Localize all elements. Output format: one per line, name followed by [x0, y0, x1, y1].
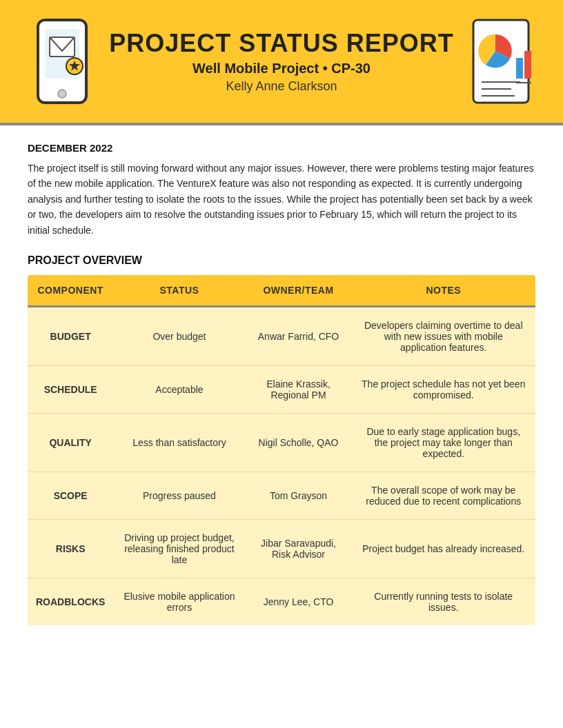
table-header-row: COMPONENT STATUS OWNER/TEAM NOTES [28, 275, 535, 307]
table-row: SCHEDULEAcceptableElaine Krassik, Region… [28, 365, 535, 413]
table-row: SCOPEProgress pausedTom GraysonThe overa… [28, 472, 535, 519]
status-cell: Elusive mobile application errors [113, 578, 245, 625]
component-cell: SCOPE [28, 472, 113, 519]
notes-cell: Project budget has already increased. [351, 519, 535, 578]
notes-cell: Due to early stage application bugs, the… [351, 413, 535, 472]
notes-cell: Currently running tests to isolate issue… [351, 578, 535, 625]
col-status: STATUS [113, 275, 245, 307]
owner-cell: Jenny Lee, CTO [246, 578, 352, 625]
intro-text: The project itself is still moving forwa… [28, 161, 535, 238]
status-cell: Over budget [113, 306, 245, 365]
owner-cell: Nigil Scholle, QAO [246, 413, 352, 472]
component-cell: BUDGET [28, 306, 113, 365]
notes-cell: Developers claiming overtime to deal wit… [351, 306, 535, 365]
main-content: DECEMBER 2022 The project itself is stil… [0, 125, 563, 642]
svg-point-5 [58, 90, 66, 98]
component-cell: RISKS [28, 519, 113, 578]
svg-rect-12 [524, 51, 531, 79]
report-icon [466, 17, 535, 106]
col-notes: NOTES [351, 275, 535, 307]
table-row: QUALITYLess than satisfactoryNigil Schol… [28, 413, 535, 472]
status-cell: Driving up project budget, releasing fin… [113, 519, 245, 578]
status-cell: Progress paused [113, 472, 245, 519]
project-subtitle: Well Mobile Project • CP-30 [97, 61, 466, 77]
svg-rect-2 [50, 37, 75, 57]
notes-cell: The overall scope of work may be reduced… [351, 472, 535, 519]
svg-rect-11 [516, 58, 523, 79]
svg-rect-13 [516, 82, 531, 83]
table-row: ROADBLOCKSElusive mobile application err… [28, 578, 535, 625]
section-title: PROJECT OVERVIEW [28, 254, 535, 267]
component-cell: ROADBLOCKS [28, 578, 113, 625]
status-cell: Less than satisfactory [113, 413, 245, 472]
owner-cell: Elaine Krassik, Regional PM [246, 365, 352, 413]
col-owner: OWNER/TEAM [246, 275, 352, 307]
notes-cell: The project schedule has not yet been co… [351, 365, 535, 413]
phone-icon [28, 17, 97, 106]
status-cell: Acceptable [113, 365, 245, 413]
page-header: PROJECT STATUS REPORT Well Mobile Projec… [0, 0, 563, 123]
date-label: DECEMBER 2022 [28, 142, 535, 154]
project-table: COMPONENT STATUS OWNER/TEAM NOTES BUDGET… [28, 275, 535, 625]
owner-cell: Jibar Saravapudi, Risk Advisor [246, 519, 352, 578]
table-row: RISKSDriving up project budget, releasin… [28, 519, 535, 578]
table-row: BUDGETOver budgetAnwar Farrid, CFODevelo… [28, 306, 535, 365]
author-name: Kelly Anne Clarkson [97, 79, 466, 94]
component-cell: SCHEDULE [28, 365, 113, 413]
owner-cell: Tom Grayson [246, 472, 352, 519]
col-component: COMPONENT [28, 275, 113, 307]
owner-cell: Anwar Farrid, CFO [246, 306, 352, 365]
report-title: PROJECT STATUS REPORT [97, 29, 466, 58]
component-cell: QUALITY [28, 413, 113, 472]
header-center: PROJECT STATUS REPORT Well Mobile Projec… [97, 29, 466, 94]
